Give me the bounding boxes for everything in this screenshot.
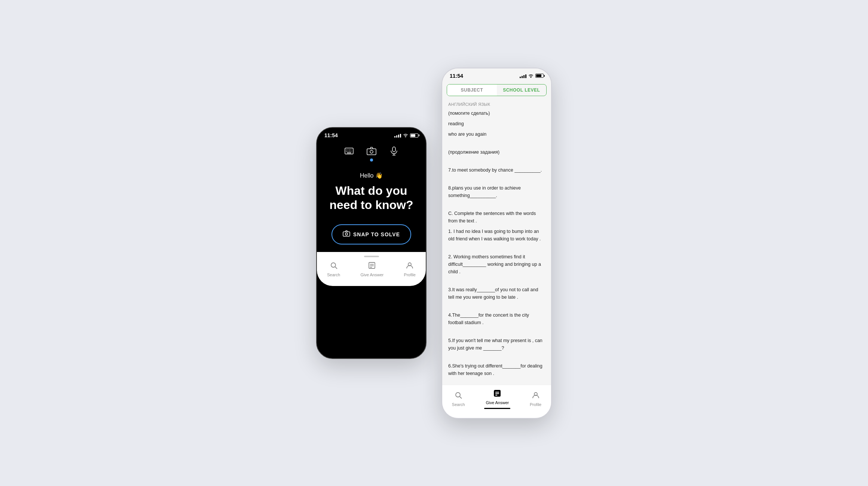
wifi-icon-2 bbox=[528, 73, 534, 79]
tab-bar-2: Search Give Answer bbox=[442, 385, 551, 418]
profile-tab-icon-1 bbox=[406, 262, 413, 271]
svg-line-25 bbox=[460, 397, 462, 399]
tab-profile-1[interactable]: Profile bbox=[401, 260, 419, 279]
svg-rect-10 bbox=[367, 149, 376, 155]
svg-point-17 bbox=[331, 263, 336, 267]
profile-tab-icon-2 bbox=[532, 391, 540, 401]
svg-rect-15 bbox=[343, 232, 350, 236]
phone2-content: 11:54 bbox=[442, 68, 551, 418]
tab-bar-items-1: Search Give Answer bbox=[317, 260, 426, 279]
tab-search-2[interactable]: Search bbox=[449, 390, 468, 408]
content-line-2: reading bbox=[448, 120, 545, 127]
toolbar bbox=[317, 141, 426, 164]
time-2: 11:54 bbox=[450, 73, 463, 79]
give-answer-tab-label-2: Give Answer bbox=[486, 400, 509, 405]
time-1: 11:54 bbox=[324, 132, 338, 138]
battery-icon-1 bbox=[410, 133, 418, 138]
snap-button-label: SNAP TO SOLVE bbox=[353, 231, 400, 237]
status-bar-1: 11:54 bbox=[317, 128, 426, 141]
phone1-content: 11:54 bbox=[317, 128, 426, 286]
content-line-8: 1. I had no idea I was going to bump int… bbox=[448, 228, 545, 243]
tab-bar-handle bbox=[364, 256, 379, 257]
camera-dot bbox=[370, 159, 373, 162]
battery-icon-2 bbox=[535, 74, 544, 78]
give-answer-tab-icon-1 bbox=[368, 262, 376, 271]
main-heading: What do you need to know? bbox=[324, 184, 418, 212]
content-line-9: 2. Working mothers sometimes find it dif… bbox=[448, 253, 545, 276]
content-line-4: (продолжение задания) bbox=[448, 148, 545, 156]
phone1-main: Hello 👋 What do you need to know? SNAP T… bbox=[317, 164, 426, 252]
status-icons-2 bbox=[520, 73, 544, 79]
filter-school-level-label: SCHOOL LEVEL bbox=[503, 87, 540, 93]
give-answer-tab-icon-2 bbox=[493, 390, 501, 399]
content-line-3: who are you again bbox=[448, 130, 545, 138]
active-tab-indicator bbox=[484, 408, 510, 409]
profile-tab-label-1: Profile bbox=[404, 273, 416, 277]
subject-label: АНГЛИЙСКИЙ ЯЗЫК bbox=[442, 99, 551, 108]
content-line-5: 7.to meet somebody by chance __________. bbox=[448, 166, 545, 174]
status-icons-1 bbox=[394, 133, 418, 138]
keyboard-icon[interactable] bbox=[343, 145, 355, 157]
svg-point-24 bbox=[456, 393, 460, 397]
camera-toolbar-btn[interactable] bbox=[366, 145, 378, 162]
search-tab-icon-2 bbox=[455, 391, 462, 401]
search-tab-icon-1 bbox=[330, 262, 337, 271]
filter-bar: SUBJECT SCHOOL LEVEL bbox=[447, 84, 547, 96]
camera-icon bbox=[366, 145, 378, 157]
content-line-12: 5.If you won't tell me what my present i… bbox=[448, 337, 545, 352]
snap-to-solve-button[interactable]: SNAP TO SOLVE bbox=[331, 224, 411, 244]
phone-1: 11:54 bbox=[316, 127, 427, 359]
filter-subject[interactable]: SUBJECT bbox=[447, 84, 497, 96]
microphone-icon[interactable] bbox=[388, 145, 400, 157]
tab-search-1[interactable]: Search bbox=[324, 260, 343, 279]
signal-icon-2 bbox=[520, 74, 526, 78]
snap-camera-icon bbox=[343, 230, 350, 239]
filter-school-level[interactable]: SCHOOL LEVEL bbox=[497, 84, 547, 96]
content-line-6: 8.plans you use in order to achieve some… bbox=[448, 184, 545, 199]
content-line-7: C. Complete the sentences with the words… bbox=[448, 210, 545, 225]
app-container: 11:54 bbox=[301, 53, 567, 434]
content-line-11: 4.The_______for the concert is the city … bbox=[448, 311, 545, 326]
tab-bar-1: Search Give Answer bbox=[317, 252, 426, 286]
content-line-10: 3.It was really_______of you not to call… bbox=[448, 286, 545, 301]
svg-point-16 bbox=[345, 233, 348, 235]
svg-line-18 bbox=[335, 267, 337, 269]
profile-tab-label-2: Profile bbox=[530, 402, 541, 407]
tab-profile-2[interactable]: Profile bbox=[527, 390, 544, 408]
tab-give-answer-1[interactable]: Give Answer bbox=[357, 260, 386, 279]
tab-give-answer-2[interactable]: Give Answer bbox=[481, 388, 513, 410]
give-answer-tab-label-1: Give Answer bbox=[360, 273, 383, 277]
svg-rect-12 bbox=[392, 147, 395, 152]
content-line-13: 6.She's trying out different_______for d… bbox=[448, 362, 545, 377]
wifi-icon-1 bbox=[403, 133, 408, 138]
search-tab-label-1: Search bbox=[327, 273, 340, 277]
svg-point-11 bbox=[370, 150, 373, 153]
search-tab-label-2: Search bbox=[452, 402, 465, 407]
tab-bar-items-2: Search Give Answer bbox=[442, 388, 551, 410]
filter-subject-label: SUBJECT bbox=[461, 87, 483, 93]
status-bar-2: 11:54 bbox=[442, 68, 551, 81]
content-area: (помогите сделать) reading who are you a… bbox=[442, 108, 551, 385]
content-line-1: (помогите сделать) bbox=[448, 110, 545, 117]
phone-2: 11:54 bbox=[441, 68, 552, 419]
signal-icon-1 bbox=[394, 133, 401, 138]
greeting: Hello 👋 bbox=[360, 172, 383, 179]
